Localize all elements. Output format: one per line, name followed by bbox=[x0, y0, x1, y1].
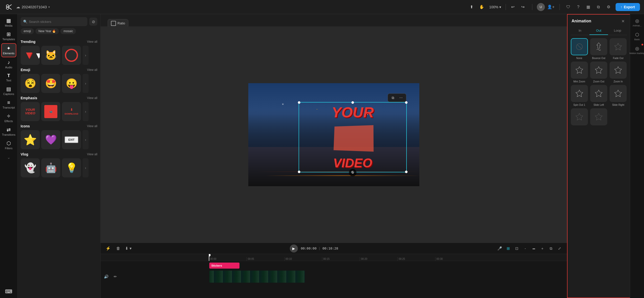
refresh-button[interactable]: ↻ bbox=[349, 169, 356, 176]
tab-in[interactable]: In bbox=[571, 27, 589, 35]
sidebar-item-media[interactable]: ▦ Media bbox=[1, 16, 16, 29]
export-clip-button[interactable]: ⬇ ▾ bbox=[125, 245, 132, 252]
undo-button[interactable]: ↩ bbox=[508, 3, 517, 12]
handle-bottom-right[interactable] bbox=[405, 171, 408, 173]
sticker-circle-red[interactable] bbox=[62, 46, 81, 65]
mini-item-basic[interactable]: ⬡ Basic bbox=[632, 30, 643, 42]
fullscreen-icon[interactable]: ⤢ bbox=[556, 245, 563, 252]
anim-mini-zoom[interactable]: Mini Zoom bbox=[571, 62, 588, 83]
microphone-icon[interactable]: 🎤 bbox=[496, 245, 503, 252]
sidebar-item-effects[interactable]: ✧ Effects bbox=[1, 112, 16, 125]
sticker-exit-sign[interactable]: EXIT bbox=[62, 130, 81, 149]
sidebar-item-transitions[interactable]: ⇄ Transitions bbox=[1, 125, 16, 138]
emphasis-view-all[interactable]: View all bbox=[87, 96, 97, 100]
sticker-your-text[interactable]: YOURVIDEO bbox=[21, 102, 40, 121]
settings-icon[interactable]: ⚙ bbox=[605, 3, 613, 11]
anim-none[interactable]: None bbox=[571, 38, 588, 60]
playhead[interactable] bbox=[209, 254, 209, 261]
sticker-arrow-down[interactable]: ▼ bbox=[21, 46, 40, 65]
sidebar-item-keyboard[interactable]: ⌨ bbox=[1, 287, 16, 296]
trending-next-button[interactable]: › bbox=[83, 46, 89, 65]
anim-slide-right[interactable]: Slide Right bbox=[610, 85, 627, 106]
anim-zoom-in[interactable]: Zoom In bbox=[610, 62, 627, 83]
sidebar-item-captions[interactable]: ▤ Captions bbox=[1, 84, 16, 97]
sticker-video-text[interactable]: 📹 bbox=[41, 102, 60, 121]
fit-timeline-button[interactable]: ⧉ bbox=[547, 245, 554, 252]
sidebar-item-audio[interactable]: ♪ Audio bbox=[1, 58, 16, 71]
tag-emoji[interactable]: emoji bbox=[21, 28, 34, 34]
anim-11[interactable] bbox=[590, 108, 607, 127]
project-name[interactable]: ☁ 202402071043 ▾ bbox=[16, 5, 50, 9]
add-user-icon[interactable]: 👤+ bbox=[547, 3, 555, 11]
emoji-next-button[interactable]: › bbox=[83, 74, 89, 93]
anim-10[interactable] bbox=[571, 108, 588, 127]
sticker-cat[interactable]: 🐱 bbox=[41, 46, 60, 65]
anim-spin-out-1[interactable]: Spin Out 1 bbox=[571, 85, 588, 106]
handle-top-left[interactable] bbox=[298, 101, 300, 104]
shield-icon[interactable]: 🛡 bbox=[564, 3, 572, 11]
anim-zoom-out[interactable]: Zoom Out bbox=[590, 62, 607, 83]
tab-out[interactable]: Out bbox=[589, 27, 608, 35]
video-track-clip[interactable] bbox=[209, 271, 305, 283]
sticker-ghost[interactable]: 👻 bbox=[21, 158, 40, 177]
zoom-selector[interactable]: 100% ▾ bbox=[487, 5, 503, 9]
anim-bounce-out[interactable]: Bounce Out bbox=[590, 38, 607, 60]
sidebar-item-templates[interactable]: ⊞ Templates bbox=[1, 30, 16, 43]
duplicate-button[interactable]: ⧉ bbox=[389, 94, 396, 101]
filter-button[interactable]: ⊘ bbox=[89, 18, 97, 26]
edit-icon[interactable]: ✏ bbox=[112, 273, 119, 280]
sidebar-item-filters[interactable]: ⬡ Filters bbox=[1, 139, 16, 152]
sidebar-item-text[interactable]: T Text bbox=[1, 71, 16, 84]
sticker-gem-purple[interactable]: 💜 bbox=[41, 130, 60, 149]
split-clip-button[interactable]: ⚡ bbox=[105, 245, 112, 252]
handle-bottom-left[interactable] bbox=[298, 171, 300, 173]
sticker-bulb[interactable]: 💡 bbox=[62, 158, 81, 177]
emphasis-next-button[interactable]: › bbox=[83, 102, 89, 121]
animation-title: Animation bbox=[572, 19, 591, 23]
trending-view-all[interactable]: View all bbox=[87, 40, 97, 43]
vlog-view-all[interactable]: View all bbox=[87, 153, 97, 156]
export-button[interactable]: ↑ Export bbox=[616, 3, 640, 11]
redo-button[interactable]: ↪ bbox=[518, 3, 528, 12]
split-view-icon[interactable]: ⧉ bbox=[594, 3, 602, 11]
sticker-star-gold[interactable]: ⭐ bbox=[21, 130, 40, 149]
vlog-next-button[interactable]: › bbox=[83, 158, 89, 177]
crop-icon[interactable]: ⊡ bbox=[513, 245, 520, 252]
tab-loop[interactable]: Loop bbox=[608, 27, 627, 35]
sticker-download[interactable]: ⬇DOWNLOAD bbox=[62, 102, 81, 121]
more-options-button[interactable]: ··· bbox=[397, 94, 405, 101]
sticker-overlay-box[interactable]: ⧉ ··· YOUR VIDEO ↻ bbox=[299, 102, 407, 172]
animation-close-button[interactable]: ✕ bbox=[620, 18, 626, 24]
delete-button[interactable]: 🗑 bbox=[115, 245, 122, 252]
mini-item-animate[interactable]: ◎ Animat... bbox=[632, 17, 643, 28]
icons-view-all[interactable]: View all bbox=[87, 124, 97, 128]
tag-newyear[interactable]: New Year 🔥 bbox=[35, 28, 59, 34]
select-tool-button[interactable]: ⬆ bbox=[467, 3, 476, 12]
avatar[interactable]: U bbox=[537, 3, 545, 11]
handle-top-mid[interactable] bbox=[351, 101, 354, 104]
icons-next-button[interactable]: › bbox=[83, 130, 89, 149]
snap-icon[interactable]: ⊞ bbox=[505, 245, 512, 252]
sticker-track-clip[interactable]: Stickers bbox=[209, 263, 239, 269]
sidebar-item-transcript[interactable]: ≡ Transcript bbox=[1, 98, 16, 111]
play-button[interactable]: ▶ bbox=[290, 244, 298, 253]
emoji-view-all[interactable]: View all bbox=[87, 68, 97, 72]
search-input[interactable] bbox=[29, 20, 85, 24]
mini-item-motion-tracking[interactable]: ◎ Motion tracking bbox=[632, 44, 643, 56]
volume-icon[interactable]: 🔊 bbox=[103, 273, 110, 280]
zoom-plus-icon[interactable]: + bbox=[539, 245, 546, 252]
zoom-minus-icon[interactable]: - bbox=[522, 245, 529, 252]
sticker-robot[interactable]: 🤖 bbox=[41, 158, 60, 177]
tag-mosaic[interactable]: mosaic bbox=[60, 28, 76, 34]
sidebar-more-button[interactable]: ⌄ bbox=[5, 153, 13, 161]
sticker-smile-star[interactable]: 🤩 bbox=[41, 74, 60, 93]
sticker-eyes-spin[interactable]: 😵 bbox=[21, 74, 40, 93]
anim-slide-left[interactable]: Slide Left bbox=[590, 85, 607, 106]
sticker-tongue[interactable]: 😛 bbox=[62, 74, 81, 93]
sidebar-item-elements[interactable]: ✦ Elements bbox=[1, 43, 16, 57]
anim-fade-out[interactable]: Fade Out bbox=[610, 38, 627, 60]
help-icon[interactable]: ? bbox=[574, 3, 582, 11]
pan-tool-button[interactable]: ✋ bbox=[477, 3, 486, 12]
layout-icon[interactable]: ▦ bbox=[584, 3, 592, 11]
ratio-button[interactable]: Ratio bbox=[108, 19, 128, 28]
